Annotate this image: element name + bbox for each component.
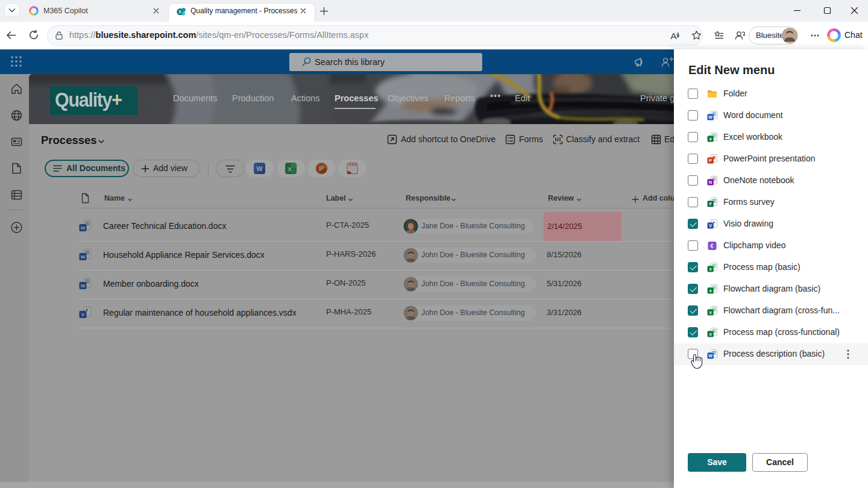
- svg-text:W: W: [256, 165, 263, 172]
- svg-text:V: V: [81, 312, 85, 318]
- svg-text:S: S: [178, 10, 181, 14]
- svg-text:W: W: [81, 254, 86, 260]
- svg-text:x: x: [288, 165, 292, 172]
- svg-text:A: A: [670, 31, 677, 41]
- svg-text:W: W: [81, 283, 86, 289]
- svg-text:W: W: [81, 225, 86, 231]
- svg-text:P: P: [319, 165, 323, 172]
